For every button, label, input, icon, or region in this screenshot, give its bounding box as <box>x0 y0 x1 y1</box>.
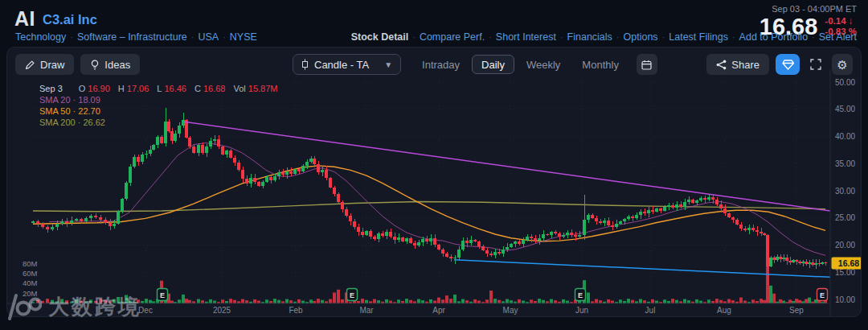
chart-panel: 50.0045.0040.0035.0030.0025.0020.0015.00… <box>6 47 862 317</box>
svg-text:20.00: 20.00 <box>835 241 855 250</box>
lightbulb-icon <box>90 60 100 70</box>
separator-dot: · <box>70 32 73 42</box>
fullscreen-icon <box>810 59 821 70</box>
gear-icon: ⚙ <box>837 59 847 71</box>
settings-button[interactable]: ⚙ <box>832 54 853 75</box>
chart-type-label: Candle - TA <box>314 59 369 71</box>
svg-text:80M: 80M <box>23 259 38 268</box>
share-label: Share <box>731 59 760 71</box>
separator-dot: · <box>616 32 620 42</box>
ideas-button[interactable]: Ideas <box>80 54 140 75</box>
svg-text:Dec: Dec <box>138 306 153 315</box>
separator-dot: · <box>191 32 194 42</box>
svg-text:35.00: 35.00 <box>835 159 855 168</box>
grid-layer <box>31 76 830 303</box>
quote-timestamp: Sep 03 - 04:00PM ET <box>760 4 857 14</box>
nav-link-set-alert[interactable]: Set Alert <box>819 31 857 43</box>
breadcrumb: Technology·Software – Infrastructure·USA… <box>15 31 257 43</box>
last-price-label: 16.68 <box>832 257 862 269</box>
draw-button[interactable]: Draw <box>15 54 74 75</box>
nav-link-latest-filings[interactable]: Latest Filings <box>669 31 728 43</box>
svg-text:Apr: Apr <box>432 306 445 315</box>
axes-layer: 50.0045.0040.0035.0030.0025.0020.0015.00… <box>7 70 862 317</box>
tab-weekly[interactable]: Weekly <box>517 55 570 74</box>
svg-text:40.00: 40.00 <box>835 132 855 141</box>
price-chart-canvas[interactable]: 50.0045.0040.0035.0030.0025.0020.0015.00… <box>7 47 862 317</box>
separator-dot: · <box>662 32 665 42</box>
svg-text:May: May <box>503 306 518 315</box>
svg-text:60M: 60M <box>23 269 38 278</box>
ideas-label: Ideas <box>104 59 130 71</box>
nav-link-add-to-portfolio[interactable]: Add to Portfolio <box>739 31 808 43</box>
svg-text:40M: 40M <box>23 278 38 287</box>
volume-layer <box>31 262 827 303</box>
tab-monthly[interactable]: Monthly <box>572 55 628 74</box>
svg-text:Jul: Jul <box>645 306 656 315</box>
nav-link-financials[interactable]: Financials <box>567 31 612 43</box>
earnings-marker[interactable]: E <box>575 289 586 301</box>
svg-text:Sep: Sep <box>789 306 804 315</box>
svg-text:Mar: Mar <box>359 306 374 315</box>
tab-daily[interactable]: Daily <box>472 55 514 74</box>
sma-line-sma-50 <box>33 166 825 241</box>
company-name: C3.ai Inc <box>43 12 97 27</box>
period-tabs: IntradayDailyWeeklyMonthly <box>412 55 628 74</box>
change-value: -0.14 ↓ <box>825 16 853 26</box>
svg-text:16.68: 16.68 <box>838 258 859 268</box>
trendline-magenta[interactable] <box>184 122 830 211</box>
fullscreen-button[interactable] <box>806 55 825 74</box>
separator-dot: · <box>412 32 416 42</box>
earnings-marker[interactable]: E <box>347 289 358 301</box>
nav-link-compare-perf[interactable]: Compare Perf. <box>420 31 485 43</box>
breadcrumb-link-technology[interactable]: Technology <box>15 31 66 43</box>
share-button[interactable]: Share <box>706 54 769 75</box>
breadcrumb-link-software-infrastructure[interactable]: Software – Infrastructure <box>77 31 187 43</box>
svg-text:E: E <box>350 291 354 299</box>
ticker-symbol: AI <box>14 7 35 31</box>
svg-text:Jun: Jun <box>575 306 588 315</box>
separator-dot: · <box>560 32 563 42</box>
svg-text:50.00: 50.00 <box>835 78 855 87</box>
svg-text:25.00: 25.00 <box>835 213 855 222</box>
svg-text:Feb: Feb <box>289 306 303 315</box>
svg-text:45.00: 45.00 <box>835 105 855 113</box>
separator-dot: · <box>812 32 815 42</box>
tab-intraday[interactable]: Intraday <box>412 55 469 74</box>
chart-toolbar: Draw Ideas Candle - TA ▼ IntradayDailyWe… <box>7 54 861 76</box>
breadcrumb-link-nyse[interactable]: NYSE <box>230 31 257 43</box>
calendar-icon <box>641 60 652 70</box>
candlestick-icon <box>301 59 309 70</box>
chevron-down-icon: ▼ <box>384 60 392 69</box>
draw-label: Draw <box>40 59 64 71</box>
premium-button[interactable] <box>776 54 800 75</box>
candles-layer <box>31 108 827 284</box>
svg-text:E: E <box>160 291 165 299</box>
svg-text:2025: 2025 <box>213 306 231 315</box>
chart-type-dropdown[interactable]: Candle - TA ▼ <box>293 54 401 75</box>
breadcrumb-link-usa[interactable]: USA <box>198 31 219 43</box>
quote-nav: Stock Detail·Compare Perf.·Short Interes… <box>351 31 857 43</box>
separator-dot: · <box>223 32 226 42</box>
separator-dot: · <box>489 32 492 42</box>
nav-link-stock-detail[interactable]: Stock Detail <box>351 31 409 43</box>
pencil-icon <box>25 60 35 70</box>
svg-text:Aug: Aug <box>717 306 731 315</box>
earnings-marker[interactable]: E <box>158 289 168 301</box>
share-icon <box>716 60 727 70</box>
svg-text:E: E <box>578 291 583 299</box>
gem-icon <box>782 60 794 70</box>
svg-text:20M: 20M <box>23 289 38 298</box>
svg-text:10.00: 10.00 <box>835 295 855 304</box>
svg-text:30.00: 30.00 <box>835 187 855 196</box>
svg-text:E: E <box>820 291 825 299</box>
earnings-marker[interactable]: E <box>817 289 828 301</box>
trendlines-layer[interactable] <box>184 122 830 277</box>
nav-link-short-interest[interactable]: Short Interest <box>496 31 556 43</box>
separator-dot: · <box>732 32 735 42</box>
calendar-button[interactable] <box>637 54 657 75</box>
nav-link-options[interactable]: Options <box>624 31 658 43</box>
